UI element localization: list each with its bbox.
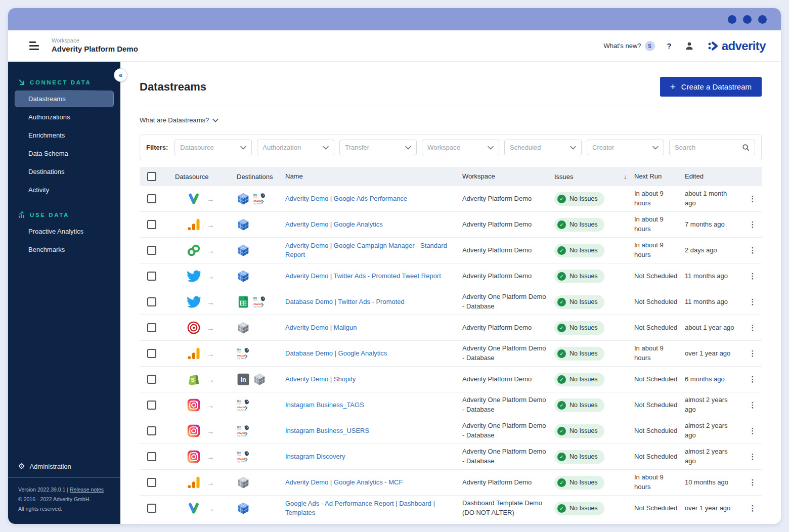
release-notes-link[interactable]: Release notes [70, 486, 104, 493]
filter-select-authorization[interactable]: Authorization [257, 140, 334, 155]
row-menu-button[interactable]: ⋮ [749, 452, 757, 461]
edited-cell: about 1 month ago [685, 189, 743, 208]
select-all-checkbox[interactable] [147, 172, 156, 181]
sidebar-item-enrichments[interactable]: Enrichments [15, 127, 114, 144]
page-background: Workspace Adverity Platform Demo What's … [0, 0, 789, 532]
workspace-cell: Adverity One Platform Demo - Database [462, 395, 554, 415]
sidebar-item-administration[interactable]: ⚙ Administration [8, 455, 120, 477]
filter-select-creator[interactable]: Creator [587, 140, 664, 155]
next-run-cell: In about 9 hours [634, 241, 685, 260]
whats-new-button[interactable]: What's new? 5 [604, 41, 655, 51]
workspace-cell: Adverity Platform Demo [462, 478, 554, 487]
row-menu-button[interactable]: ⋮ [749, 297, 757, 306]
datastream-name-link[interactable]: Adverity Demo | Shopify [285, 375, 462, 384]
search-input[interactable] [675, 144, 742, 151]
row-checkbox[interactable] [147, 478, 156, 487]
row-checkbox[interactable] [147, 375, 156, 384]
datastream-name-link[interactable]: Instagram Discovery [285, 452, 462, 461]
row-menu-button[interactable]: ⋮ [749, 220, 757, 229]
datastream-name-link[interactable]: Adverity Demo | Google Ads Performance [285, 194, 462, 203]
filter-select-scheduled[interactable]: Scheduled [504, 140, 582, 155]
row-menu-button[interactable]: ⋮ [749, 478, 757, 486]
check-circle-icon: ✓ [557, 401, 566, 410]
sidebar-collapse-button[interactable]: « [114, 68, 127, 82]
row-menu-button[interactable]: ⋮ [749, 194, 757, 203]
arrow-right-icon: → [207, 298, 214, 306]
google-analytics-icon [187, 475, 201, 490]
datastream-name-link[interactable]: Adverity Demo | Google Analytics - MCF [285, 478, 462, 487]
datastream-name-link[interactable]: Database Demo | Twitter Ads - Promoted [285, 297, 462, 306]
row-checkbox[interactable] [147, 349, 156, 358]
help-button[interactable]: ? [667, 41, 672, 50]
row-menu-button[interactable]: ⋮ [749, 504, 757, 512]
row-checkbox[interactable] [147, 246, 156, 255]
row-checkbox[interactable] [147, 426, 156, 435]
workspace-cell: Adverity One Platform Demo - Database [462, 344, 554, 363]
row-checkbox[interactable] [147, 452, 156, 461]
row-menu-button[interactable]: ⋮ [749, 401, 757, 409]
sidebar-item-data-schema[interactable]: Data Schema [15, 145, 114, 162]
column-header-datasource[interactable]: Datasource [164, 173, 237, 181]
filters-label: Filters: [146, 144, 168, 151]
row-checkbox[interactable] [147, 504, 156, 513]
row-menu-button[interactable]: ⋮ [749, 323, 757, 332]
row-checkbox[interactable] [147, 323, 156, 332]
datastream-name-link[interactable]: Google Ads - Ad Performance Report | Das… [285, 499, 462, 517]
check-circle-icon: ✓ [557, 220, 566, 229]
column-header-workspace[interactable]: Workspace [462, 172, 554, 182]
workspace-cell: Adverity Platform Demo [462, 246, 554, 255]
table-row: → Adverity Demo | Google Campaign Manage… [140, 238, 762, 263]
column-header-name[interactable]: Name [285, 172, 462, 181]
row-checkbox[interactable] [147, 401, 156, 410]
next-run-cell: In about 9 hours [634, 344, 685, 363]
check-circle-icon: ✓ [557, 349, 566, 358]
sidebar-item-proactive-analytics[interactable]: Proactive Analytics [15, 223, 114, 240]
row-checkbox[interactable] [147, 220, 156, 229]
filter-select-workspace[interactable]: Workspace [422, 140, 499, 155]
db-cluster-icon: My SQL ORACLE SQL Server [253, 192, 266, 205]
what-are-datastreams-toggle[interactable]: What are Datastreams? [140, 116, 762, 124]
row-checkbox[interactable] [147, 297, 156, 306]
gear-icon: ⚙ [18, 462, 25, 471]
window-control-dot[interactable] [758, 15, 767, 24]
sidebar-item-authorizations[interactable]: Authorizations [15, 109, 114, 125]
whats-new-label: What's new? [604, 42, 641, 50]
window-control-dot[interactable] [728, 15, 736, 24]
create-datastream-button[interactable]: + Create a Datastream [660, 77, 762, 97]
row-checkbox[interactable] [147, 194, 156, 203]
row-menu-button[interactable]: ⋮ [749, 375, 757, 383]
svg-text:SQL: SQL [237, 350, 242, 353]
svg-text:SQL: SQL [253, 196, 258, 198]
datastream-name-link[interactable]: Adverity Demo | Google Analytics [285, 220, 462, 229]
datastream-name-link[interactable]: Database Demo | Google Analytics [285, 349, 462, 358]
sidebar-item-destinations[interactable]: Destinations [15, 163, 114, 180]
search-icon[interactable] [742, 144, 750, 151]
datastream-name-link[interactable]: Adverity Demo | Twitter Ads - Promoted T… [285, 272, 462, 281]
column-header-destinations[interactable]: Destinations [237, 173, 285, 181]
connect-data-icon [18, 79, 25, 86]
datastream-name-link[interactable]: Adverity Demo | Google Campaign Manager … [285, 241, 462, 259]
sidebar-item-datastreams[interactable]: Datastreams [15, 91, 114, 107]
table-row: → My SQL ORACLE SQL Server Database Demo… [140, 289, 762, 315]
filter-select-datasource[interactable]: Datasource [174, 140, 252, 155]
row-checkbox[interactable] [147, 272, 156, 281]
user-icon[interactable] [684, 40, 695, 52]
row-menu-button[interactable]: ⋮ [749, 272, 757, 280]
row-menu-button[interactable]: ⋮ [749, 349, 757, 358]
sidebar-item-benchmarks[interactable]: Benchmarks [15, 241, 114, 258]
column-header-edited[interactable]: Edited [685, 172, 743, 182]
sort-descending-icon[interactable]: ↓ [616, 173, 634, 181]
hamburger-icon[interactable] [29, 41, 39, 50]
column-header-issues[interactable]: Issues [554, 173, 616, 181]
datastream-name-link[interactable]: Adverity Demo | Mailgun [285, 323, 462, 332]
row-menu-button[interactable]: ⋮ [749, 246, 757, 254]
sidebar-item-activity[interactable]: Activity [15, 182, 114, 198]
filter-select-transfer[interactable]: Transfer [339, 140, 417, 155]
window-control-dot[interactable] [743, 15, 752, 24]
edited-cell: 11 months ago [685, 272, 743, 281]
row-menu-button[interactable]: ⋮ [749, 426, 757, 435]
datastream-name-link[interactable]: Instagram Business_USERS [285, 426, 462, 435]
datastream-name-link[interactable]: Instagram Business_TAGS [285, 401, 462, 410]
column-header-next-run[interactable]: Next Run [634, 172, 685, 182]
sidebar: « CONNECT DATADatastreamsAuthorizationsE… [8, 62, 120, 524]
